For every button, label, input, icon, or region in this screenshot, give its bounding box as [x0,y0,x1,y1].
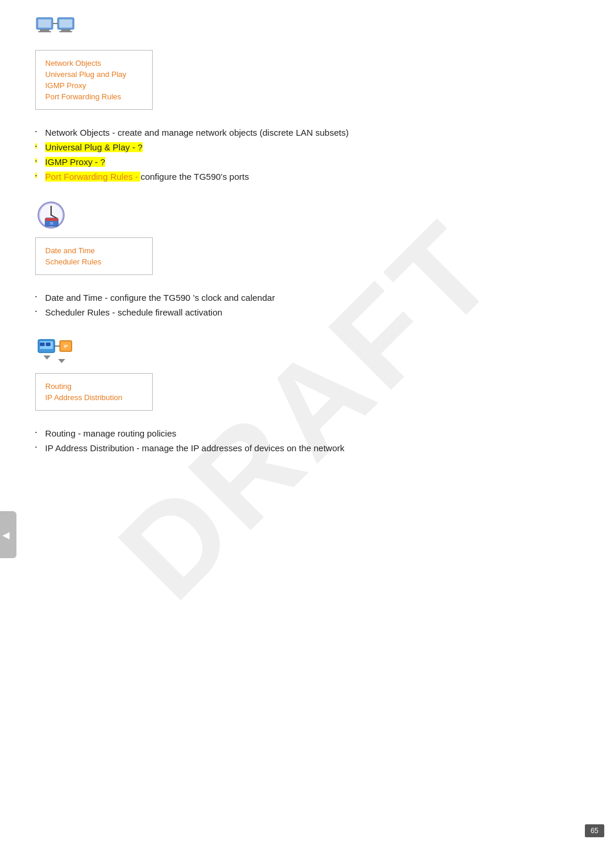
svg-marker-23 [43,355,51,360]
bullet-text-2: Universal Plug & Play - ? [45,142,143,152]
bullet-text-4-mixed: Port Forwarding Rules - configure the TG… [45,172,249,182]
menu-item-port-forwarding[interactable]: Port Forwarding Rules [45,92,143,101]
svg-rect-8 [59,19,72,28]
bullet-dot-r2: • [35,444,37,449]
svg-text:31: 31 [50,222,54,225]
port-forwarding-label: Port Forwarding Rules - [45,172,141,182]
svg-marker-24 [58,359,65,363]
network-bullets: • Network Objects - create and manage ne… [35,127,581,182]
svg-rect-2 [38,31,51,32]
bullet-text-dt2: Scheduler Rules - schedule firewall acti… [45,307,223,317]
menu-item-ip-distribution[interactable]: IP Address Distribution [45,393,143,402]
clock-icon: 31 [35,199,68,231]
section-date-time: 31 Date and Time Scheduler Rules • Date … [35,199,581,317]
menu-item-igmp[interactable]: IGMP Proxy [45,81,143,90]
bullet-dot-4: • [35,173,37,178]
section-network-objects: Network Objects Universal Plug and Play … [35,12,581,182]
routing-icon: IP [35,335,73,367]
bullet-dot-r1: • [35,429,37,435]
bullet-text-dt1: Date and Time - configure the TG590 ’s c… [45,293,275,303]
routing-menu-box: Routing IP Address Distribution [35,373,153,411]
svg-text:IP: IP [64,344,68,348]
bullet-text-3: IGMP Proxy - ? [45,157,105,167]
bullet-scheduler: • Scheduler Rules - schedule firewall ac… [35,307,581,317]
bullet-dot-1: • [35,129,37,134]
bullet-text-r1: Routing - manage routing policies [45,428,176,438]
svg-rect-1 [40,29,49,31]
bullet-dot-2: • [35,143,37,149]
svg-rect-14 [45,218,58,221]
bullet-dot-dt1: • [35,294,37,299]
menu-item-routing[interactable]: Routing [45,382,143,391]
menu-item-network-objects[interactable]: Network Objects [45,59,143,68]
network-computers-icon [35,12,76,44]
bullet-network-objects: • Network Objects - create and manage ne… [35,127,581,137]
bullet-date-time: • Date and Time - configure the TG590 ’s… [35,293,581,303]
bullet-port-forwarding: • Port Forwarding Rules - configure the … [35,172,581,182]
bullet-text-r2: IP Address Distribution - manage the IP … [45,443,345,453]
svg-rect-22 [46,343,51,346]
bullet-dot-dt2: • [35,308,37,314]
svg-rect-4 [61,29,70,31]
svg-rect-7 [38,19,51,28]
bullet-igmp: • IGMP Proxy - ? [35,157,581,167]
bullet-text-1: Network Objects - create and manage netw… [45,127,349,137]
page-number: 65 [585,824,604,837]
clock-icon-area: 31 [35,199,581,234]
section-routing: IP Routing IP Address Distribution • [35,335,581,453]
date-time-menu-box: Date and Time Scheduler Rules [35,237,153,275]
menu-item-scheduler[interactable]: Scheduler Rules [45,257,143,266]
routing-icon-area: IP [35,335,581,370]
bullet-dot-3: • [35,158,37,163]
network-icon-area [35,12,581,46]
network-objects-menu-box: Network Objects Universal Plug and Play … [35,50,153,110]
menu-item-date-time[interactable]: Date and Time [45,246,143,255]
bullet-ip-distribution: • IP Address Distribution - manage the I… [35,443,581,453]
bullet-routing: • Routing - manage routing policies [35,428,581,438]
svg-rect-21 [40,343,45,346]
menu-item-upnp[interactable]: Universal Plug and Play [45,70,143,79]
port-forwarding-desc: configure the TG590’s ports [140,172,249,182]
bullet-upnp: • Universal Plug & Play - ? [35,142,581,152]
svg-rect-5 [59,31,72,32]
routing-bullets: • Routing - manage routing policies • IP… [35,428,581,453]
date-time-bullets: • Date and Time - configure the TG590 ’s… [35,293,581,317]
left-nav-tab[interactable] [0,511,16,558]
